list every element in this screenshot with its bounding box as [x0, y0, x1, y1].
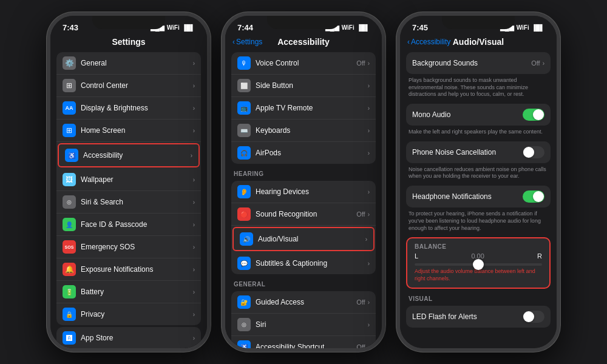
balance-right: R — [537, 252, 542, 260]
row-headphone[interactable]: Headphone Notifications — [406, 186, 551, 207]
hearing-icon: 👂 — [237, 185, 251, 198]
balance-section: BALANCE L 0.00 R Adjust the audio volume… — [406, 237, 551, 288]
accessibility-title: Accessibility — [277, 37, 330, 47]
bg-sounds-chevron: › — [543, 60, 544, 67]
audiovisual-title: Audio/Visual — [453, 37, 504, 47]
audiovisual-list: Background Sounds Off › Plays background… — [400, 50, 557, 348]
vision-group: 🎙 Voice Control Off › ⬜ Side Button › 📺 … — [231, 52, 376, 164]
back-arrow-3: ‹ — [407, 38, 410, 46]
noise-label: Phone Noise Cancellation — [412, 148, 523, 157]
row-battery[interactable]: 🔋 Battery › — [56, 281, 201, 303]
siri-label: Siri & Search — [81, 198, 193, 206]
privacy-label: Privacy — [81, 310, 193, 318]
privacy-chevron: › — [193, 311, 195, 318]
headphone-desc: To protect your hearing, iPhone sends a … — [400, 209, 557, 235]
faceid-chevron: › — [193, 221, 195, 228]
row-airpods[interactable]: 🎧 AirPods › — [231, 142, 376, 164]
headphone-knob — [533, 191, 544, 202]
keyboards-icon: ⌨️ — [237, 124, 251, 137]
acc-shortcut-label: Accessibility Shortcut — [256, 343, 356, 348]
row-voice-control[interactable]: 🎙 Voice Control Off › — [231, 52, 376, 75]
siri-acc-icon: ◎ — [237, 318, 251, 331]
guided-label: Guided Access — [256, 298, 356, 306]
voice-icon: 🎙 — [237, 56, 251, 70]
row-led[interactable]: LED Flash for Alerts — [406, 306, 551, 328]
airpods-chevron: › — [368, 150, 370, 157]
display-label: Display & Brightness — [81, 104, 193, 112]
subtitles-icon: 💬 — [237, 257, 251, 270]
back-label-2: Settings — [236, 38, 262, 46]
appstore-icon: 🅰 — [63, 331, 76, 345]
battery-chevron: › — [193, 289, 195, 295]
row-exposure[interactable]: 🔔 Exposure Notifications › — [56, 258, 201, 281]
row-siri[interactable]: ◎ Siri & Search › — [56, 191, 201, 214]
wifi-icon-3: WiFi — [517, 24, 529, 31]
back-button-3[interactable]: ‹ Accessibility — [407, 38, 450, 46]
row-keyboards[interactable]: ⌨️ Keyboards › — [231, 120, 376, 142]
row-accessibility[interactable]: ♿ Accessibility › — [58, 143, 200, 167]
row-home-screen[interactable]: ⊞ Home Screen › — [56, 120, 201, 142]
row-general[interactable]: ⚙️ General › — [56, 52, 201, 75]
appletv-label: Apple TV Remote — [256, 104, 368, 112]
led-toggle[interactable] — [523, 311, 544, 323]
exposure-chevron: › — [193, 266, 195, 273]
row-display[interactable]: AA Display & Brightness › — [56, 97, 201, 120]
time-3: 7:45 — [412, 23, 428, 32]
battery-icon-2: ▐█▌ — [357, 24, 370, 31]
back-label-3: Accessibility — [411, 38, 450, 46]
home-chevron: › — [193, 127, 195, 134]
emergency-label: Emergency SOS — [81, 243, 193, 251]
row-side-button[interactable]: ⬜ Side Button › — [231, 75, 376, 97]
appstore-label: App Store — [81, 334, 193, 342]
subtitles-chevron: › — [368, 260, 370, 267]
screen-1: 7:43 ▂▄▆ WiFi ▐█▌ Settings ⚙️ General › … — [50, 16, 207, 348]
balance-slider-thumb[interactable] — [473, 259, 484, 270]
bg-sounds-desc: Plays background sounds to mask unwanted… — [400, 76, 557, 102]
hearing-label: Hearing Devices — [256, 187, 368, 196]
mono-toggle[interactable] — [523, 109, 544, 121]
row-privacy[interactable]: 🔒 Privacy › — [56, 303, 201, 325]
row-control-center[interactable]: ⊞ Control Center › — [56, 75, 201, 97]
general-label: General — [81, 59, 193, 67]
row-audio-visual[interactable]: 🔊 Audio/Visual › — [232, 227, 375, 251]
back-arrow-2: ‹ — [232, 38, 235, 46]
accessibility-list: 🎙 Voice Control Off › ⬜ Side Button › 📺 … — [225, 50, 382, 348]
row-sound-recognition[interactable]: 🔴 Sound Recognition Off › — [231, 203, 376, 226]
row-guided-access[interactable]: 🔐 Guided Access Off › — [231, 291, 376, 314]
row-subtitles[interactable]: 💬 Subtitles & Captioning › — [231, 252, 376, 274]
hearing-chevron: › — [368, 189, 370, 195]
row-appstore[interactable]: 🅰 App Store › — [56, 327, 201, 348]
row-wallpaper[interactable]: 🖼 Wallpaper › — [56, 169, 201, 191]
led-label: LED Flash for Alerts — [412, 312, 523, 321]
headphone-group: Headphone Notifications — [406, 186, 551, 207]
guided-icon: 🔐 — [237, 295, 251, 309]
row-emergency[interactable]: SOS Emergency SOS › — [56, 236, 201, 258]
row-appletv[interactable]: 📺 Apple TV Remote › — [231, 97, 376, 120]
bg-sounds-label: Background Sounds — [412, 59, 531, 67]
hearing-section-header: HEARING — [225, 166, 382, 179]
row-acc-shortcut[interactable]: ♿ Accessibility Shortcut Off › — [231, 336, 376, 348]
noise-toggle[interactable] — [523, 146, 544, 158]
time-1: 7:43 — [63, 23, 78, 32]
row-noise[interactable]: Phone Noise Cancellation — [406, 141, 551, 163]
headphone-toggle[interactable] — [523, 190, 544, 203]
voice-label: Voice Control — [256, 59, 356, 67]
battery-icon-3: ▐█▌ — [532, 24, 544, 31]
mono-desc: Make the left and right speakers play th… — [400, 127, 557, 140]
airpods-label: AirPods — [256, 149, 368, 157]
keyboards-chevron: › — [368, 127, 370, 134]
headphone-label: Headphone Notifications — [412, 192, 523, 201]
phone-3: 7:45 ▂▄▆ WiFi ▐█▌ ‹ Accessibility Audio/… — [396, 12, 560, 352]
emergency-chevron: › — [193, 244, 195, 251]
guided-value: Off — [356, 298, 365, 306]
row-hearing-devices[interactable]: 👂 Hearing Devices › — [231, 181, 376, 203]
balance-slider-track — [415, 263, 542, 266]
siri-icon: ◎ — [63, 195, 76, 209]
screen-2: 7:44 ▂▄▆ WiFi ▐█▌ ‹ Settings Accessibili… — [225, 16, 382, 348]
visual-section-header: VISUAL — [400, 291, 557, 304]
back-button-2[interactable]: ‹ Settings — [232, 38, 262, 46]
row-faceid[interactable]: 👤 Face ID & Passcode › — [56, 214, 201, 236]
row-bg-sounds[interactable]: Background Sounds Off › — [406, 52, 551, 74]
row-siri-acc[interactable]: ◎ Siri › — [231, 314, 376, 336]
row-mono[interactable]: Mono Audio — [406, 104, 551, 126]
